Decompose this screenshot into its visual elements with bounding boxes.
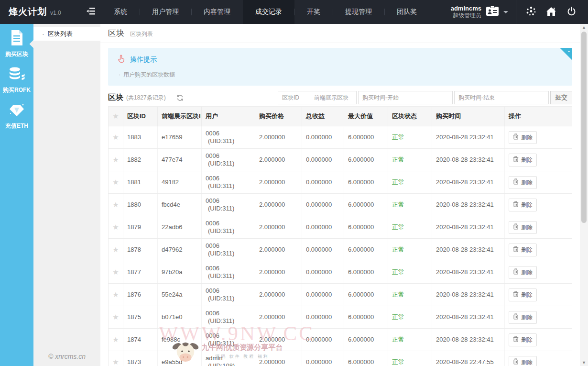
nav-item-4[interactable]: 开奖	[294, 0, 333, 24]
cell-display-id: e9a55d	[158, 351, 202, 366]
scrollbar-thumb[interactable]	[581, 32, 587, 223]
star-icon[interactable]: ★	[112, 178, 119, 186]
star-icon[interactable]: ★	[112, 223, 119, 231]
breadcrumb-sub: 区块列表	[130, 30, 153, 38]
breadcrumb: 区块 区块列表	[100, 24, 580, 43]
nav-item-3[interactable]: 成交记录	[243, 0, 294, 24]
delete-button[interactable]: 删除	[509, 333, 537, 346]
sidebar-item-buy-block[interactable]: 购买区块	[0, 26, 33, 62]
cell-status: 正常	[388, 261, 432, 284]
trash-icon	[513, 246, 519, 254]
scroll-up-arrow-icon[interactable]: ▲	[582, 24, 586, 31]
trash-icon	[513, 133, 519, 141]
minus-icon[interactable]: -	[568, 48, 570, 54]
cell-profit: 0.000000	[302, 329, 344, 351]
hand-pointer-icon	[117, 54, 126, 66]
nav-item-1[interactable]: 用户管理	[140, 0, 191, 24]
cell-time: 2020-08-28 23:32:41	[432, 194, 505, 216]
delete-button[interactable]: 删除	[509, 176, 537, 189]
clear-cache-button[interactable]	[521, 0, 541, 24]
scroll-down-arrow-icon[interactable]: ▼	[582, 359, 586, 366]
cell-price: 2.000000	[255, 149, 302, 171]
star-icon[interactable]: ★	[112, 200, 119, 209]
notice-collapse-button[interactable]	[560, 48, 572, 60]
table-row: ★1883e176590006(UID:311)2.0000000.000000…	[109, 126, 572, 149]
logout-button[interactable]	[561, 0, 581, 24]
delete-button[interactable]: 删除	[509, 266, 537, 279]
sidebar-collapse-button[interactable]	[80, 0, 101, 24]
table-row: ★1878d479620006(UID:311)2.0000000.000000…	[109, 239, 572, 261]
notice-line: ·用户购买的区块数据	[117, 71, 564, 79]
star-icon[interactable]: ★	[112, 245, 119, 254]
delete-button[interactable]: 删除	[509, 288, 537, 301]
cell-actions: 删除	[505, 216, 572, 239]
cell-time: 2020-08-28 22:47:55	[432, 351, 505, 366]
star-icon[interactable]: ★	[112, 133, 119, 141]
nav-item-5[interactable]: 提现管理	[333, 0, 384, 24]
table-title: 区块	[108, 93, 123, 103]
cell-max: 6.000000	[344, 329, 388, 351]
delete-button[interactable]: 删除	[509, 356, 537, 366]
cell-status: 正常	[388, 306, 432, 329]
vertical-scrollbar[interactable]: ▲ ▼	[580, 24, 588, 366]
cell-display-id: fe988c	[158, 329, 202, 351]
cell-user: admin(UID:108)	[202, 351, 255, 366]
star-icon[interactable]: ★	[112, 313, 119, 321]
star-icon[interactable]: ★	[112, 268, 119, 276]
id-card-icon	[485, 5, 500, 19]
cell-max: 6.000000	[344, 216, 388, 239]
cell-profit: 0.000000	[302, 194, 344, 216]
time-start-input[interactable]	[358, 91, 453, 104]
table-row: ★187922adb60006(UID:311)2.0000000.000000…	[109, 216, 572, 239]
submit-button[interactable]: 提交	[550, 91, 572, 104]
star-icon[interactable]: ★	[112, 290, 119, 299]
delete-button[interactable]: 删除	[509, 199, 537, 211]
star-icon[interactable]: ★	[112, 335, 119, 344]
column-header: 区块ID	[123, 107, 158, 126]
cell-block-id: 1874	[123, 329, 158, 351]
cell-actions: 删除	[505, 239, 572, 261]
star-icon[interactable]: ★	[112, 155, 119, 164]
sidebar-item-recharge-eth[interactable]: 充值ETH	[0, 99, 33, 135]
nav-item-0[interactable]: 系统	[101, 0, 140, 24]
trash-icon	[513, 268, 519, 276]
cell-price: 2.000000	[255, 216, 302, 239]
record-count: (共1827条记录)	[126, 94, 166, 102]
user-menu[interactable]: admincms 超级管理员	[451, 5, 508, 19]
cell-display-id: 22adb6	[158, 216, 202, 239]
cell-time: 2020-08-28 23:32:41	[432, 126, 505, 149]
nav-item-2[interactable]: 内容管理	[191, 0, 243, 24]
cell-max: 6.000000	[344, 194, 388, 216]
trash-icon	[513, 291, 519, 299]
display-id-input[interactable]	[310, 91, 357, 104]
delete-button[interactable]: 删除	[509, 221, 537, 234]
cell-actions: 删除	[505, 306, 572, 329]
cell-actions: 删除	[505, 149, 572, 171]
sidebar-item-block-list[interactable]: · 区块列表	[33, 27, 100, 41]
cell-block-id: 1877	[123, 261, 158, 284]
cell-actions: 删除	[505, 171, 572, 194]
star-icon[interactable]: ★	[112, 358, 119, 366]
delete-button[interactable]: 删除	[509, 154, 537, 166]
cell-display-id: e17659	[158, 126, 202, 149]
sidebar-item-label: 购买ROFK	[3, 86, 31, 94]
nav-item-6[interactable]: 团队奖	[384, 0, 429, 24]
cell-user: 0006(UID:311)	[202, 284, 255, 306]
table-row: ★1881491ff20006(UID:311)2.0000000.000000…	[109, 171, 572, 194]
cell-user: 0006(UID:311)	[202, 306, 255, 329]
page-title: 区块	[108, 28, 124, 39]
delete-button[interactable]: 删除	[509, 311, 537, 324]
cell-status: 正常	[388, 329, 432, 351]
refresh-button[interactable]	[176, 94, 184, 101]
block-id-input[interactable]	[278, 91, 310, 104]
table-row: ★1880fbcd4e0006(UID:311)2.0000000.000000…	[109, 194, 572, 216]
cell-time: 2020-08-28 23:32:41	[432, 239, 505, 261]
delete-button[interactable]: 删除	[509, 244, 537, 256]
cell-status: 正常	[388, 126, 432, 149]
home-button[interactable]	[541, 0, 561, 24]
cell-price: 2.000000	[255, 126, 302, 149]
time-end-input[interactable]	[454, 91, 549, 104]
delete-button[interactable]: 删除	[509, 131, 537, 144]
sidebar-item-label: 购买区块	[5, 50, 28, 58]
sidebar-item-buy-rofk[interactable]: 购买ROFK	[0, 62, 33, 99]
